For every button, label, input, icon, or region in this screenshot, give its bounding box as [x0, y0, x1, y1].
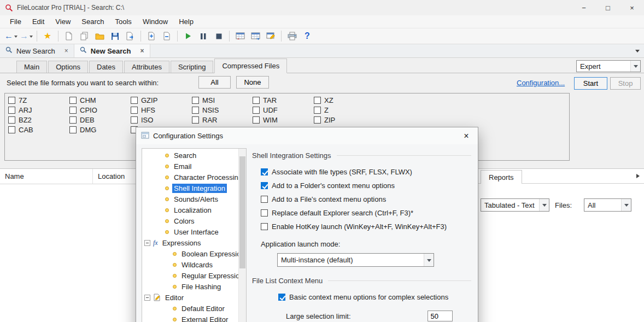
checkbox-basic-context-menu[interactable]: Basic context menu options for complex s… — [252, 290, 471, 304]
tree-item-default-editor[interactable]: Default Editor — [142, 303, 239, 314]
tree-item-user-interface[interactable]: User Interface — [142, 226, 239, 237]
report-edit-icon[interactable] — [264, 30, 277, 43]
checkbox-add-to-a-file[interactable]: Add to a File's context menu options — [252, 192, 471, 206]
tree-scrollbar[interactable] — [238, 149, 246, 322]
menu-view[interactable]: View — [50, 16, 76, 27]
format-checkbox-gzip[interactable]: GZIP — [131, 96, 157, 104]
menu-window[interactable]: Window — [137, 16, 173, 27]
mode-combobox[interactable]: Expert — [576, 60, 641, 72]
format-checkbox-chm[interactable]: CHM — [69, 96, 96, 104]
favorites-icon[interactable]: ★ — [41, 30, 54, 43]
tree-item-sounds-alerts[interactable]: Sounds/Alerts — [142, 194, 239, 204]
format-checkbox-z[interactable]: Z — [314, 106, 329, 114]
format-checkbox-tar[interactable]: TAR — [253, 96, 277, 104]
tree-item-regular-expressions[interactable]: Regular Expressions — [142, 270, 239, 281]
maximize-button[interactable]: □ — [596, 0, 620, 15]
new-search-icon[interactable] — [62, 30, 75, 43]
tab-dates[interactable]: Dates — [89, 61, 123, 73]
tree-expander-icon[interactable] — [144, 295, 150, 301]
search-list-dropdown-icon[interactable] — [631, 44, 644, 57]
print-icon[interactable] — [285, 30, 298, 43]
help-icon[interactable]: ? — [301, 30, 314, 43]
format-checkbox-cpio[interactable]: CPIO — [69, 106, 97, 114]
none-button[interactable]: None — [236, 76, 269, 89]
column-header-name[interactable]: Name — [0, 169, 93, 184]
tab-main[interactable]: Main — [16, 61, 47, 73]
limit-input[interactable] — [428, 311, 453, 321]
dialog-close-button[interactable]: × — [455, 127, 478, 144]
menu-file[interactable]: File — [4, 16, 27, 27]
format-checkbox-dmg[interactable]: DMG — [69, 126, 96, 134]
format-checkbox-bz2[interactable]: BZ2 — [8, 116, 32, 124]
save-criteria-icon[interactable] — [160, 30, 173, 43]
format-checkbox-7z[interactable]: 7Z — [8, 96, 27, 104]
back-icon[interactable]: ← — [4, 30, 17, 43]
tree-item-localization[interactable]: Localization — [142, 204, 239, 215]
tree-item-search[interactable]: Search — [142, 150, 239, 161]
export-icon[interactable] — [124, 30, 137, 43]
close-tab-icon[interactable]: × — [65, 47, 68, 55]
format-checkbox-nsis[interactable]: NSIS — [192, 106, 219, 114]
open-icon[interactable] — [93, 30, 106, 43]
tree-item-editor[interactable]: Editor — [142, 292, 239, 303]
format-checkbox-deb[interactable]: DEB — [69, 116, 95, 124]
format-checkbox-iso[interactable]: ISO — [131, 116, 153, 124]
save-icon[interactable] — [108, 30, 121, 43]
forward-icon[interactable]: → — [20, 30, 33, 43]
start-button[interactable]: Start — [574, 77, 607, 90]
copy-icon[interactable] — [78, 30, 91, 43]
checkbox-associate-with-file-types[interactable]: Associate with file types (SRF, FLSX, FL… — [252, 165, 471, 179]
minimize-button[interactable]: − — [572, 0, 596, 15]
format-checkbox-hfs[interactable]: HFS — [131, 106, 155, 114]
search-tab-2[interactable]: New Search × — [74, 44, 150, 57]
load-criteria-icon[interactable] — [145, 30, 158, 43]
stop-button[interactable]: Stop — [610, 77, 641, 90]
stop-search-icon[interactable] — [212, 30, 225, 43]
tab-scripting[interactable]: Scripting — [171, 61, 214, 73]
menu-tools[interactable]: Tools — [110, 16, 137, 27]
all-button[interactable]: All — [198, 76, 231, 89]
tree-expander-icon[interactable] — [144, 240, 150, 246]
tree-item-wildcards[interactable]: Wildcards — [142, 259, 239, 270]
close-button[interactable]: × — [620, 0, 644, 15]
format-checkbox-cab[interactable]: CAB — [8, 126, 33, 134]
format-checkbox-arj[interactable]: ARJ — [8, 106, 32, 114]
tree-item-email[interactable]: Email — [142, 161, 239, 172]
configuration-link[interactable]: Configuration... — [517, 79, 565, 87]
format-checkbox-udf[interactable]: UDF — [253, 106, 278, 114]
pause-search-icon[interactable] — [197, 30, 210, 43]
tree-item-external-editor[interactable]: External Editor — [142, 314, 239, 322]
tree-item-colors[interactable]: Colors — [142, 215, 239, 226]
launch-mode-combobox[interactable]: Multi-instance (default) — [277, 253, 434, 267]
chevron-down-icon[interactable] — [621, 199, 631, 211]
close-tab-icon[interactable]: × — [140, 47, 144, 55]
menu-help[interactable]: Help — [173, 16, 199, 27]
search-tab-1[interactable]: New Search × — [0, 44, 74, 57]
report-export-icon[interactable] — [249, 30, 262, 43]
checkbox-replace-default-explorer-search[interactable]: Replace default Explorer search (Ctrl+F,… — [252, 206, 471, 220]
checkbox-enable-hotkey-launch-winkey[interactable]: Enable HotKey launch (WinKey+Alt+F, WinK… — [252, 220, 471, 233]
checkbox-add-to-a-folder[interactable]: Add to a Folder's context menu options — [252, 179, 471, 192]
scrollbar-thumb[interactable] — [239, 156, 245, 268]
tree-item-boolean-expressions[interactable]: Boolean Expressions — [142, 248, 239, 259]
format-checkbox-rar[interactable]: RAR — [192, 116, 217, 124]
tree-item-shell-integration[interactable]: Shell Integration — [142, 183, 239, 194]
chevron-down-icon[interactable] — [424, 254, 434, 266]
chevron-down-icon[interactable] — [630, 61, 640, 72]
format-checkbox-xz[interactable]: XZ — [314, 96, 333, 104]
tree-item-file-hashing[interactable]: File Hashing — [142, 281, 239, 292]
tree-item-character-processing[interactable]: Character Processing — [142, 172, 239, 183]
report-format-combobox[interactable]: Tabulated - Text — [481, 198, 549, 212]
report-view-icon[interactable] — [233, 30, 247, 43]
tab-compressed-files[interactable]: Compressed Files — [214, 58, 287, 73]
tab-scroll-right-icon[interactable] — [636, 174, 640, 178]
tab-reports[interactable]: Reports — [481, 170, 522, 184]
tree-item-expressions[interactable]: fxExpressions — [142, 237, 239, 248]
format-checkbox-zip[interactable]: ZIP — [314, 116, 335, 124]
start-search-icon[interactable] — [182, 30, 195, 43]
menu-search[interactable]: Search — [76, 16, 109, 27]
chevron-down-icon[interactable] — [539, 199, 549, 211]
format-checkbox-msi[interactable]: MSI — [192, 96, 215, 104]
tab-attributes[interactable]: Attributes — [124, 61, 169, 73]
menu-edit[interactable]: Edit — [27, 16, 50, 27]
